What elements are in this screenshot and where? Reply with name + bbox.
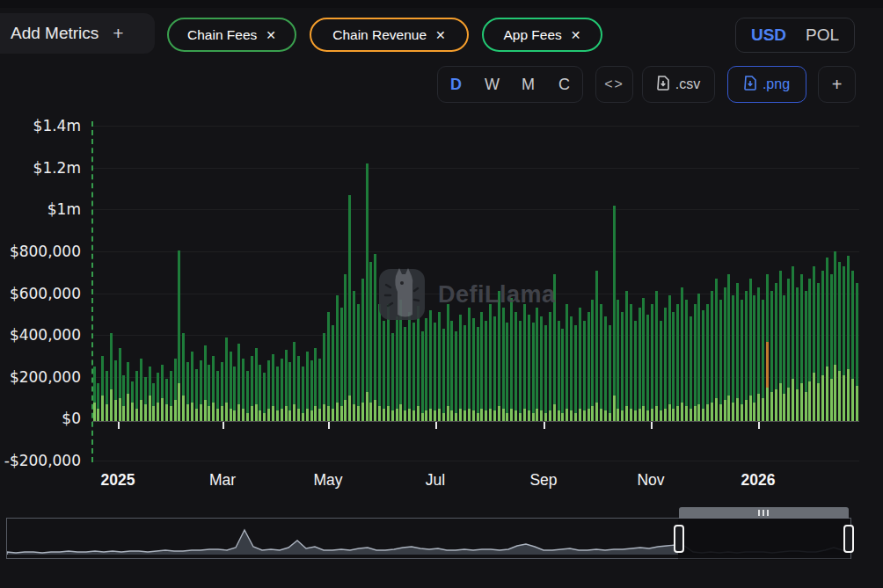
metric-pill-chain-fees[interactable]: Chain Fees✕ (167, 18, 296, 52)
grip-icon (758, 510, 760, 516)
brush-selected-region[interactable] (678, 519, 850, 560)
y-axis-tick-label: $400,000 (0, 326, 81, 344)
interval-button-d[interactable]: D (438, 67, 474, 102)
y-axis-tick-label: $600,000 (0, 285, 81, 302)
download-csv-button[interactable]: .csv (642, 66, 715, 103)
x-axis-line (92, 421, 859, 422)
x-axis-tick-label: 2026 (741, 471, 776, 490)
close-icon[interactable]: ✕ (571, 28, 581, 42)
x-axis-tick (544, 422, 545, 429)
plus-icon: + (832, 75, 843, 95)
code-brackets-icon: <> (604, 76, 624, 92)
currency-option-usd[interactable]: USD (751, 25, 786, 45)
brush-drag-bar[interactable] (679, 507, 849, 519)
plus-icon: + (113, 23, 123, 44)
brush-right-handle[interactable] (843, 525, 854, 553)
interval-button-group: DWMC (437, 66, 583, 103)
x-axis-tick (651, 422, 653, 429)
x-axis-tick (328, 422, 330, 429)
x-axis-tick-label: Sep (529, 471, 557, 490)
png-label: .png (763, 76, 790, 92)
metric-pill-label: Chain Fees (187, 27, 257, 43)
y-axis-tick-label: $1.2m (0, 159, 81, 177)
y-axis-tick-label: $0 (0, 410, 81, 427)
metric-pill-chain-revenue[interactable]: Chain Revenue✕ (310, 18, 469, 52)
metric-pill-app-fees[interactable]: App Fees✕ (482, 18, 602, 52)
interval-button-m[interactable]: M (510, 67, 546, 102)
gridline (92, 461, 859, 461)
brush-left-handle[interactable] (674, 525, 684, 553)
embed-code-button[interactable]: <> (595, 66, 633, 103)
top-strip (0, 0, 883, 8)
overview-brush[interactable] (6, 518, 851, 559)
metric-pill-label: App Fees (503, 27, 561, 43)
grip-icon (763, 510, 764, 516)
download-png-button[interactable]: .png (727, 66, 806, 103)
y-axis-tick-label: $1.4m (0, 117, 81, 134)
interval-button-c[interactable]: C (546, 67, 582, 102)
defillama-chart-page: Add Metrics + Chain Fees✕Chain Revenue✕A… (0, 0, 883, 588)
add-metrics-button[interactable]: Add Metrics + (0, 13, 155, 54)
x-axis-tick-label: Nov (637, 471, 664, 490)
x-axis-tick-label: May (313, 471, 342, 490)
metric-pill-label: Chain Revenue (332, 27, 427, 43)
currency-toggle[interactable]: USD POL (735, 18, 855, 53)
csv-label: .csv (675, 76, 700, 92)
x-axis-tick (435, 422, 437, 429)
y-axis-tick-label: $1m (0, 200, 81, 218)
x-axis-tick-label: 2025 (101, 471, 135, 490)
close-icon[interactable]: ✕ (435, 28, 446, 42)
x-axis-tick (223, 422, 224, 429)
currency-option-pol[interactable]: POL (806, 25, 839, 45)
y-axis-tick-label: -$200,000 (0, 452, 81, 469)
file-download-icon (744, 76, 756, 94)
y-axis-tick-label: $200,000 (0, 368, 81, 386)
grip-icon (767, 510, 769, 516)
x-axis-tick (118, 422, 120, 429)
y-axis-tick-label: $800,000 (0, 243, 81, 260)
interval-button-w[interactable]: W (474, 67, 510, 102)
bar-chart-plot[interactable] (92, 119, 859, 422)
file-download-icon (657, 76, 669, 94)
x-axis-tick-label: Jul (426, 471, 445, 490)
add-metrics-label: Add Metrics (11, 24, 99, 43)
close-icon[interactable]: ✕ (266, 28, 276, 42)
x-axis-tick-label: Mar (209, 471, 236, 490)
add-chart-button[interactable]: + (818, 66, 856, 103)
x-axis-tick (758, 422, 760, 429)
